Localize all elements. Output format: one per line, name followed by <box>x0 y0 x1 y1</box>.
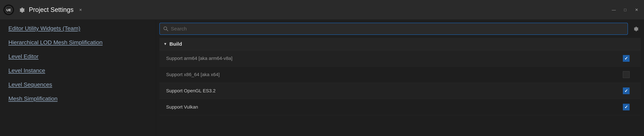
checkbox-opengl-wrap[interactable] <box>622 86 630 95</box>
search-icon <box>163 26 168 31</box>
maximize-button[interactable]: □ <box>621 6 629 14</box>
row-label-opengl: Support OpenGL ES3.2 <box>166 88 622 93</box>
table-row: Support OpenGL ES3.2 <box>160 83 641 99</box>
checkbox-arm64[interactable] <box>623 55 630 62</box>
build-section-header[interactable]: ▼ Build <box>160 38 641 50</box>
checkbox-x86[interactable] <box>623 71 630 78</box>
sidebar-item-editor-utility-widgets[interactable]: Editor Utility Widgets (Team) <box>0 21 156 35</box>
main-content: Editor Utility Widgets (Team) Hierarchic… <box>0 20 644 136</box>
tab-close-button[interactable]: × <box>76 6 84 14</box>
table-row: Support x86_64 [aka x64] <box>160 67 641 83</box>
minimize-button[interactable]: — <box>610 6 618 14</box>
checkbox-arm64-wrap[interactable] <box>622 54 630 63</box>
search-bar-wrap <box>160 23 641 35</box>
settings-icon <box>17 5 26 14</box>
settings-content: ▼ Build Support arm64 [aka arm64-v8a] Su… <box>160 38 641 136</box>
sidebar: Editor Utility Widgets (Team) Hierarchic… <box>0 20 156 136</box>
checkbox-x86-wrap[interactable] <box>622 70 630 79</box>
title-bar-left: UE Project Settings × <box>3 4 610 15</box>
svg-text:UE: UE <box>6 8 11 12</box>
row-label-x86: Support x86_64 [aka x64] <box>166 72 622 77</box>
sidebar-item-mesh-simplification[interactable]: Mesh Simplification <box>0 92 156 106</box>
sidebar-item-level-sequences[interactable]: Level Sequences <box>0 78 156 92</box>
row-label-arm64: Support arm64 [aka arm64-v8a] <box>166 56 622 61</box>
section-title-build: Build <box>170 41 182 47</box>
settings-gear-icon[interactable] <box>630 24 641 34</box>
title-bar: UE Project Settings × — □ ✕ <box>0 0 644 20</box>
row-label-vulkan: Support Vulkan <box>166 104 622 110</box>
checkbox-vulkan-wrap[interactable] <box>622 103 630 111</box>
table-row: Support Vulkan <box>160 99 641 115</box>
checkbox-opengl[interactable] <box>623 87 630 94</box>
section-collapse-arrow: ▼ <box>164 42 167 46</box>
sidebar-item-hierarchical-lod[interactable]: Hierarchical LOD Mesh Simplification <box>0 35 156 50</box>
close-window-button[interactable]: ✕ <box>632 6 641 14</box>
window-controls: — □ ✕ <box>610 6 641 14</box>
search-input[interactable] <box>171 26 624 32</box>
window-title: Project Settings <box>29 6 74 13</box>
table-row: Support arm64 [aka arm64-v8a] <box>160 50 641 67</box>
ue-logo: UE <box>3 4 14 15</box>
svg-line-3 <box>166 29 168 31</box>
right-panel: ▼ Build Support arm64 [aka arm64-v8a] Su… <box>156 20 644 136</box>
sidebar-item-level-instance[interactable]: Level Instance <box>0 64 156 78</box>
search-bar <box>160 23 628 35</box>
sidebar-item-level-editor[interactable]: Level Editor <box>0 50 156 64</box>
checkbox-vulkan[interactable] <box>623 104 630 110</box>
